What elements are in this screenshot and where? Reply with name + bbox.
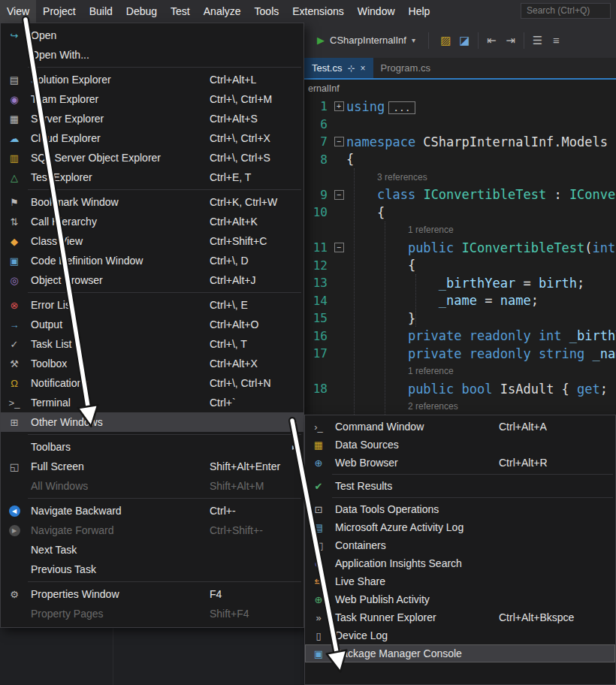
codelens-references[interactable]: 3 references [304, 168, 616, 186]
menu-item-next-task[interactable]: Next Task [1, 540, 303, 560]
menubar-item-tools[interactable]: Tools [248, 0, 286, 23]
menu-item-cloud-explorer[interactable]: ☁Cloud ExplorerCtrl+\, Ctrl+X [1, 128, 303, 148]
menu-item-application-insights-search[interactable]: ⊙Application Insights Search [305, 554, 615, 572]
menu-item-properties-window[interactable]: ⚙Properties WindowF4 [1, 584, 303, 604]
menu-item-command-window[interactable]: ›_Command WindowCtrl+Alt+A [305, 418, 615, 436]
tab-test-cs[interactable]: Test.cs⊹× [304, 58, 373, 78]
menu-item-microsoft-azure-activity-log[interactable]: ▤Microsoft Azure Activity Log [305, 518, 615, 536]
menu-item-error-list[interactable]: ⊗Error ListCtrl+\, E [1, 295, 303, 315]
menu-item-open[interactable]: ↪Open [1, 26, 303, 45]
menu-item-other-windows[interactable]: ⊞Other Windows▸ [1, 412, 303, 432]
menubar-item-test[interactable]: Test [164, 0, 197, 23]
menu-item-toolbars[interactable]: Toolbars▸ [1, 437, 303, 457]
code-line[interactable]: 10 { [304, 204, 616, 222]
menu-item-containers[interactable]: ◫Containers [305, 536, 615, 554]
menu-item-live-share[interactable]: ⇆Live Share [305, 572, 615, 590]
menu-item-previous-task[interactable]: Previous Task [1, 560, 303, 579]
image-watch-button[interactable]: ◪ [455, 31, 474, 50]
notifications-icon: Ω [11, 378, 18, 389]
menu-item-open-with[interactable]: Open With... [1, 45, 303, 65]
menu-item-shortcut: Shift+F4 [210, 608, 249, 620]
code-line[interactable]: 16 private readonly int _birthYear; [304, 327, 616, 346]
pin-icon[interactable]: ⊹ [347, 63, 355, 74]
collapse-fold-icon[interactable]: − [334, 243, 344, 252]
menu-item-label: Data Tools Operations [335, 503, 439, 515]
menu-item-call-hierarchy[interactable]: ⇅Call HierarchyCtrl+Alt+K [1, 212, 303, 231]
line-number: 9 [304, 188, 331, 202]
code-line[interactable]: 17 private readonly string _name; [304, 345, 616, 363]
menubar-item-window[interactable]: Window [351, 0, 402, 23]
code-editor[interactable]: 1+using...67−namespace CSharpInternalInf… [304, 98, 616, 415]
menubar-item-build[interactable]: Build [83, 0, 119, 23]
menubar-item-analyze[interactable]: Analyze [197, 0, 248, 23]
code-line[interactable]: 8{ [304, 151, 616, 169]
menubar-item-extensions[interactable]: Extensions [285, 0, 350, 23]
code-line[interactable]: 1+using... [304, 98, 616, 116]
navigate-forward-icon: ▶ [9, 525, 20, 536]
menubar-item-project[interactable]: Project [36, 0, 83, 23]
menu-item-label: Call Hierarchy [31, 216, 97, 228]
menu-item-web-publish-activity[interactable]: ⊕Web Publish Activity [305, 590, 615, 608]
code-line[interactable]: 6 [304, 116, 616, 134]
menu-item-label: Application Insights Search [335, 557, 462, 569]
menu-item-output[interactable]: →OutputCtrl+Alt+O [1, 315, 303, 334]
code-line[interactable]: 11− public IConvertibleTest(int birth, s… [304, 239, 616, 257]
menu-item-object-browser[interactable]: ◎Object BrowserCtrl+Alt+J [1, 270, 303, 290]
comment-lines-button[interactable]: ≡ [547, 31, 566, 50]
menu-item-task-runner-explorer[interactable]: »Task Runner ExplorerCtrl+Alt+Bkspce [305, 608, 615, 626]
code-line[interactable]: 14 _name = name; [304, 292, 616, 310]
menu-item-test-results[interactable]: ✔Test Results [305, 477, 615, 495]
close-icon[interactable]: × [361, 63, 366, 74]
menu-item-task-list[interactable]: ✓Task ListCtrl+\, T [1, 334, 303, 354]
menu-item-full-screen[interactable]: ◱Full ScreenShift+Alt+Enter [1, 457, 303, 476]
menu-item-data-sources[interactable]: ▦Data Sources [305, 436, 615, 454]
menu-item-sql-server-object-explorer[interactable]: ▥SQL Server Object ExplorerCtrl+\, Ctrl+… [1, 148, 303, 167]
menubar-item-debug[interactable]: Debug [119, 0, 164, 23]
menu-item-solution-explorer[interactable]: ▤Solution ExplorerCtrl+Alt+L [1, 70, 303, 89]
navigate-backward-small-button[interactable]: ⇤ [482, 31, 501, 50]
menu-item-device-log[interactable]: ▯Device Log [305, 626, 615, 644]
menu-item-notifications[interactable]: ΩNotificationsCtrl+\, Ctrl+N [1, 373, 303, 393]
menu-item-terminal[interactable]: >_TerminalCtrl+` [1, 393, 303, 412]
menubar-item-help[interactable]: Help [402, 0, 437, 23]
menu-item-property-pages[interactable]: Property PagesShift+F4 [1, 604, 303, 623]
collapsed-region-box[interactable]: ... [388, 101, 415, 114]
code-line[interactable]: 15 } [304, 309, 616, 327]
menu-item-package-manager-console[interactable]: ▣Package Manager Console [305, 644, 615, 662]
menu-item-code-definition-window[interactable]: ▣Code Definition WindowCtrl+\, D [1, 251, 303, 270]
find-in-files-button[interactable]: ▨ [436, 31, 455, 50]
collapse-fold-icon[interactable]: − [334, 137, 344, 146]
menu-item-navigate-forward[interactable]: ▶Navigate ForwardCtrl+Shift+- [1, 521, 303, 540]
start-debugging-button[interactable]: ▶ CSharpInternalInf ▾ [312, 32, 421, 49]
menu-item-data-tools-operations[interactable]: ⊡Data Tools Operations [305, 500, 615, 518]
codelens-references[interactable]: 1 reference [304, 222, 616, 240]
menu-item-test-explorer[interactable]: △Test ExplorerCtrl+E, T [1, 167, 303, 187]
breadcrumb[interactable]: ernalInf [304, 80, 616, 98]
device-log-icon: ▯ [305, 631, 332, 641]
code-line[interactable]: 18 public bool IsAdult { get; } [304, 380, 616, 398]
tab-program-cs[interactable]: Program.cs [373, 58, 438, 78]
search-input[interactable]: Search (Ctrl+Q) [521, 3, 611, 19]
code-line[interactable]: 12 { [304, 257, 616, 275]
code-line[interactable]: 7−namespace CSharpInternalInf.Models [304, 133, 616, 151]
menu-item-server-explorer[interactable]: ▦Server ExplorerCtrl+Alt+S [1, 109, 303, 128]
codelens-references[interactable]: 2 references [304, 398, 616, 415]
codelens-references[interactable]: 1 reference [304, 363, 616, 381]
menu-item-all-windows[interactable]: All WindowsShift+Alt+M [1, 476, 303, 496]
expand-fold-icon[interactable]: + [334, 101, 344, 111]
menu-item-web-browser[interactable]: ⊕Web BrowserCtrl+Alt+R [305, 454, 615, 472]
menu-item-label: Containers [335, 539, 386, 551]
code-line[interactable]: 13 _birthYear = birth; [304, 274, 616, 292]
code-line[interactable]: 9− class IConvertibleTest : IConvertible [304, 186, 616, 204]
navigate-forward-small-button[interactable]: ⇥ [501, 31, 520, 50]
menubar-item-view[interactable]: View [0, 0, 36, 23]
line-number: 18 [304, 382, 331, 396]
menu-item-team-explorer[interactable]: ◉Team ExplorerCtrl+\, Ctrl+M [1, 89, 303, 109]
line-operations-button[interactable]: ☰ [528, 31, 547, 50]
menu-item-toolbox[interactable]: ⚒ToolboxCtrl+Alt+X [1, 354, 303, 373]
menu-item-navigate-backward[interactable]: ◀Navigate BackwardCtrl+- [1, 501, 303, 521]
test-results-icon: ✔ [315, 481, 323, 492]
menu-item-bookmark-window[interactable]: ⚑Bookmark WindowCtrl+K, Ctrl+W [1, 192, 303, 212]
menu-item-class-view[interactable]: ◆Class ViewCtrl+Shift+C [1, 231, 303, 251]
collapse-fold-icon[interactable]: − [334, 190, 344, 200]
